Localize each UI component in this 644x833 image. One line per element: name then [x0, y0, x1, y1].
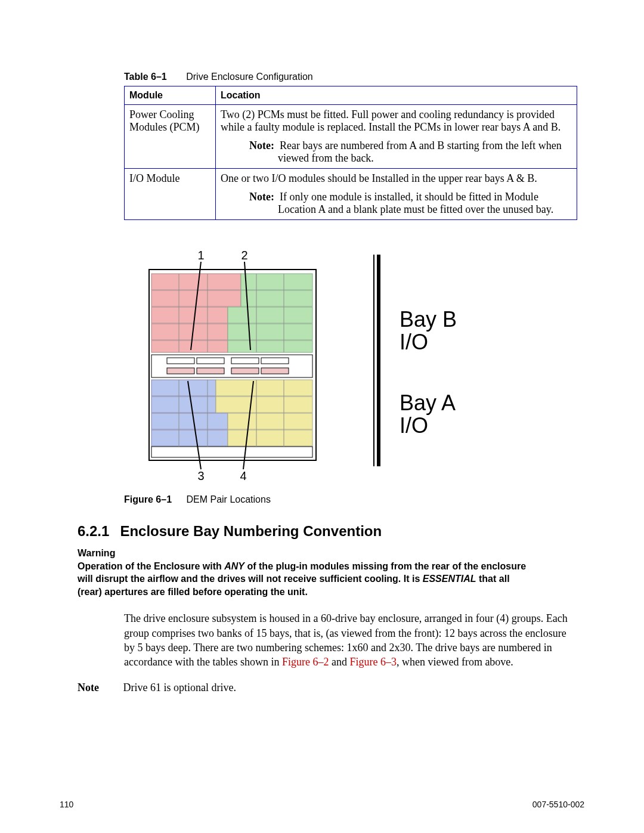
table-caption: Table 6–1 Drive Enclosure Configuration [124, 72, 584, 82]
label-bay-a-line2: I/O [400, 414, 456, 437]
svg-rect-10 [228, 324, 312, 340]
table-caption-label: Table 6–1 [124, 72, 167, 82]
marker-3: 3 [197, 469, 204, 481]
header-module: Module [125, 86, 216, 105]
svg-rect-14 [167, 358, 194, 364]
warning-any: ANY [224, 561, 244, 571]
svg-rect-26 [151, 413, 228, 429]
marker-4: 4 [240, 469, 246, 481]
page-number: 110 [60, 800, 73, 809]
figure-svg: 1 2 3 4 [137, 249, 383, 481]
label-bay-b-line2: I/O [400, 331, 457, 354]
svg-rect-22 [151, 380, 216, 396]
label-bay-a: Bay A I/O [400, 392, 456, 437]
cell-location: Two (2) PCMs must be fitted. Full power … [215, 105, 577, 169]
svg-rect-28 [151, 430, 228, 446]
note-label: Note [78, 682, 120, 694]
cell-module: Power Cooling Modules (PCM) [125, 105, 216, 169]
svg-rect-27 [228, 413, 312, 429]
svg-rect-6 [241, 290, 312, 306]
marker-2: 2 [241, 249, 247, 262]
doc-number: 007-5510-002 [532, 800, 584, 809]
section-heading: 6.2.1Enclosure Bay Numbering Convention [78, 523, 584, 540]
svg-rect-9 [151, 324, 228, 340]
warning-essential: ESSENTIAL [423, 574, 476, 584]
svg-rect-16 [231, 358, 259, 364]
table-row: Power Cooling Modules (PCM) Two (2) PCMs… [125, 105, 577, 169]
svg-rect-3 [151, 274, 241, 290]
document-page: Table 6–1 Drive Enclosure Configuration … [0, 0, 644, 833]
table-caption-title: Drive Enclosure Configuration [186, 72, 313, 82]
location-text: Two (2) PCMs must be fitted. Full power … [221, 109, 572, 134]
location-note: Note: If only one module is installed, i… [249, 191, 572, 216]
figure-caption-label: Figure 6–1 [124, 494, 172, 504]
xref-figure-6-2[interactable]: Figure 6–2 [282, 656, 329, 668]
location-note: Note: Rear bays are numbered from A and … [249, 140, 572, 165]
body-mid: and [329, 656, 349, 668]
svg-rect-15 [197, 358, 224, 364]
svg-rect-21 [261, 368, 289, 374]
svg-rect-8 [228, 307, 312, 323]
svg-rect-17 [261, 358, 289, 364]
config-table: Module Location Power Cooling Modules (P… [124, 86, 577, 220]
svg-rect-4 [241, 274, 312, 290]
svg-rect-30 [151, 447, 312, 457]
note-body: Rear bays are numbered from A and B star… [278, 140, 562, 164]
note-label: Note: [249, 140, 274, 151]
label-bay-b: Bay B I/O [400, 308, 457, 354]
location-text: One or two I/O modules should be Install… [221, 172, 572, 185]
warning-text-pre: Operation of the Enclosure with [78, 561, 224, 571]
warning-block: Warning Operation of the Enclosure with … [78, 547, 572, 598]
note-label: Note: [249, 191, 274, 203]
warning-label: Warning [78, 547, 124, 560]
cell-location: One or two I/O modules should be Install… [215, 169, 577, 220]
warning-body: Operation of the Enclosure with ANY of t… [78, 560, 531, 599]
cell-module: I/O Module [125, 169, 216, 220]
section-title: Enclosure Bay Numbering Convention [120, 523, 382, 539]
label-bay-a-line1: Bay A [400, 392, 456, 414]
svg-rect-12 [228, 340, 312, 352]
xref-figure-6-3[interactable]: Figure 6–3 [349, 656, 397, 668]
table-row: I/O Module One or two I/O modules should… [125, 169, 577, 220]
section-number: 6.2.1 [78, 523, 109, 540]
svg-rect-23 [216, 380, 312, 396]
label-bay-b-line1: Bay B [400, 308, 457, 331]
svg-rect-29 [228, 430, 312, 446]
svg-rect-18 [167, 368, 194, 374]
svg-rect-25 [216, 397, 312, 413]
page-footer: 110 007-5510-002 [60, 800, 584, 809]
figure-caption-title: DEM Pair Locations [186, 494, 270, 504]
header-location: Location [215, 86, 577, 105]
svg-rect-7 [151, 307, 228, 323]
note-row: Note Drive 61 is optional drive. [78, 682, 584, 694]
svg-rect-20 [231, 368, 259, 374]
svg-rect-24 [151, 397, 216, 413]
svg-rect-19 [197, 368, 224, 374]
figure-caption: Figure 6–1 DEM Pair Locations [124, 494, 584, 505]
body-post: , when viewed from above. [397, 656, 513, 668]
svg-rect-11 [151, 340, 228, 352]
note-text: Drive 61 is optional drive. [123, 682, 236, 693]
config-table-header-row: Module Location [125, 86, 577, 105]
body-paragraph: The drive enclosure subsystem is housed … [124, 611, 572, 669]
note-body: If only one module is installed, it shou… [278, 191, 553, 215]
figure-dem-pair-locations: 1 2 3 4 Bay B I/O Bay A I/O [137, 249, 555, 481]
marker-1: 1 [197, 249, 204, 262]
